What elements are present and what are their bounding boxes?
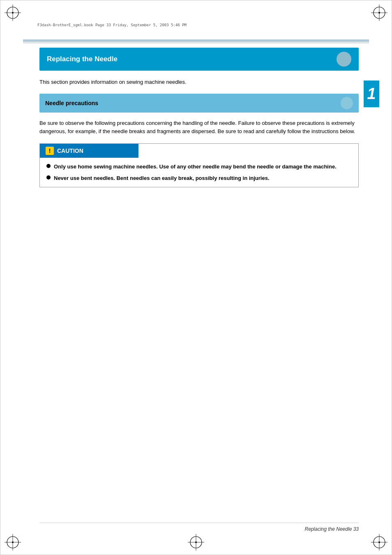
caution-text-2: Never use bent needles. Bent needles can…: [54, 174, 270, 182]
chapter-number: 1: [364, 81, 379, 107]
page-container: F3dash-BrotherE_sgml.book Page 33 Friday…: [0, 0, 392, 555]
bullet-1: [46, 164, 51, 168]
corner-mark-tr: [371, 5, 387, 21]
corner-mark-bl: [5, 534, 21, 550]
caution-item-2: Never use bent needles. Bent needles can…: [46, 174, 352, 182]
file-info: F3dash-BrotherE_sgml.book Page 33 Friday…: [37, 23, 187, 27]
corner-mark-tl: [5, 5, 21, 21]
caution-box: ! CAUTION Only use home sewing machine n…: [39, 143, 359, 187]
header-divider: [23, 43, 369, 43]
footer-text: Replacing the Needle 33: [305, 526, 359, 532]
bullet-2: [46, 175, 51, 180]
caution-icon: !: [46, 147, 54, 155]
caution-text-1: Only use home sewing machine needles. Us…: [54, 163, 337, 171]
caution-content: Only use home sewing machine needles. Us…: [40, 158, 358, 187]
caution-item-1: Only use home sewing machine needles. Us…: [46, 163, 352, 171]
header-bar: [23, 39, 369, 42]
section-title-banner: Replacing the Needle: [39, 48, 359, 71]
center-bottom-mark: [188, 534, 204, 550]
banner-decoration-main: [337, 52, 351, 67]
subsection-title-banner: Needle precautions: [39, 94, 359, 113]
footer: Replacing the Needle 33: [39, 523, 359, 532]
subsection-title-text: Needle precautions: [45, 100, 98, 106]
caution-label: CAUTION: [57, 147, 83, 154]
intro-paragraph: This section provides information on sew…: [39, 78, 359, 86]
content-area: Replacing the Needle This section provid…: [39, 48, 359, 191]
banner-decoration-sub: [341, 97, 353, 109]
caution-header: ! CAUTION: [40, 144, 138, 158]
section-title-text: Replacing the Needle: [47, 55, 118, 63]
precautions-intro: Be sure to observe the following precaut…: [39, 119, 359, 136]
corner-mark-br: [371, 534, 387, 550]
